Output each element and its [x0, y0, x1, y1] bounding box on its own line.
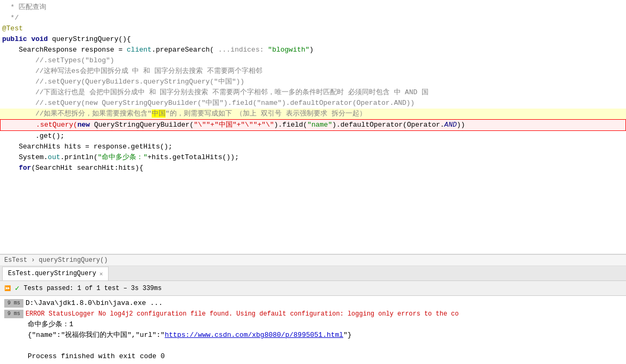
console-area: 9 ms D:\Java\jdk1.8.0\bin\java.exe ... 9… [0, 296, 626, 364]
code-line-13: .get(); [0, 131, 626, 142]
code-content: * 匹配查询 */ @Test public void queryStringQ… [0, 0, 626, 176]
code-line-4: public void queryStringQuery(){ [0, 34, 626, 45]
console-line-exit: Process finished with exit code 0 [28, 351, 164, 362]
code-line-2: */ [0, 13, 626, 23]
console-line-1: D:\Java\jdk1.8.0\bin\java.exe ... [26, 298, 162, 309]
code-line-5: SearchResponse response = client.prepare… [0, 45, 626, 55]
test-result-text: Tests passed: 1 of 1 test – 3s 339ms [23, 285, 161, 292]
code-line-14: SearchHits hits = response.getHits(); [0, 142, 626, 152]
console-row-5 [4, 341, 622, 351]
code-line-3: @Test [0, 23, 626, 34]
test-run-bar: ⏩ ✓ Tests passed: 1 of 1 test – 3s 339ms [0, 281, 626, 296]
code-line-9: //下面这行也是 会把中国拆分成中 和 国字分别去搜索 不需要两个字相邻，唯一多… [0, 87, 626, 98]
code-line-11: //如果不想拆分，如果需要搜索包含"中国"的，则需要写成如下 （加上 双引号 表… [0, 109, 626, 119]
console-line-hits: 命中多少条：1 [28, 319, 73, 330]
console-time-2: 9 ms [4, 310, 23, 318]
code-line-7: //这种写法es会把中国拆分成 中 和 国字分别去搜索 不需要两个字相邻 [0, 66, 626, 77]
console-row-2: 9 ms ERROR StatusLogger No log4j2 config… [4, 309, 622, 319]
tab-bar: EsTest.queryStringQuery ✕ [0, 266, 626, 281]
console-row-1: 9 ms D:\Java\jdk1.8.0\bin\java.exe ... [4, 298, 622, 309]
console-line-json: {"name":"祝福你我们的大中国","url":"https://www.c… [28, 330, 352, 341]
breadcrumb: EsTest › queryStringQuery() [4, 257, 108, 264]
console-row-3: 命中多少条：1 [4, 319, 622, 330]
console-time-1: 9 ms [4, 299, 23, 308]
code-line-12: .setQuery(new QueryStringQueryBuilder("\… [0, 119, 626, 131]
console-row-6: Process finished with exit code 0 [4, 351, 622, 362]
console-row-4: {"name":"祝福你我们的大中国","url":"https://www.c… [4, 330, 622, 341]
console-line-empty [28, 341, 32, 351]
tab-queryStringQuery[interactable]: EsTest.queryStringQuery ✕ [2, 267, 109, 280]
breadcrumb-bar: EsTest › queryStringQuery() [0, 254, 626, 266]
annotation-span: @Test [2, 24, 23, 32]
code-line-15: System.out.println("命中多少条："+hits.getTota… [0, 152, 626, 163]
code-line-1: * 匹配查询 [0, 2, 626, 13]
code-line-8: //.setQuery(QueryBuilders.queryStringQue… [0, 77, 626, 87]
code-editor: * 匹配查询 */ @Test public void queryStringQ… [0, 0, 626, 254]
code-line-10: //.setQuery(new QueryStringQueryBuilder(… [0, 98, 626, 109]
tab-close-button[interactable]: ✕ [100, 270, 103, 277]
main-container: * 匹配查询 */ @Test public void queryStringQ… [0, 0, 626, 364]
fast-forward-icon: ⏩ [4, 285, 11, 292]
console-line-error: ERROR StatusLogger No log4j2 configurati… [26, 309, 459, 319]
code-line-16: for(SearchHit searchHit:hits){ [0, 163, 626, 173]
tab-label: EsTest.queryStringQuery [8, 270, 96, 277]
code-line-6: //.setTypes("blog") [0, 55, 626, 66]
pass-icon: ✓ [15, 284, 19, 293]
result-url-link[interactable]: https://www.csdn.com/xbg8080/p/8995051.h… [164, 331, 343, 339]
